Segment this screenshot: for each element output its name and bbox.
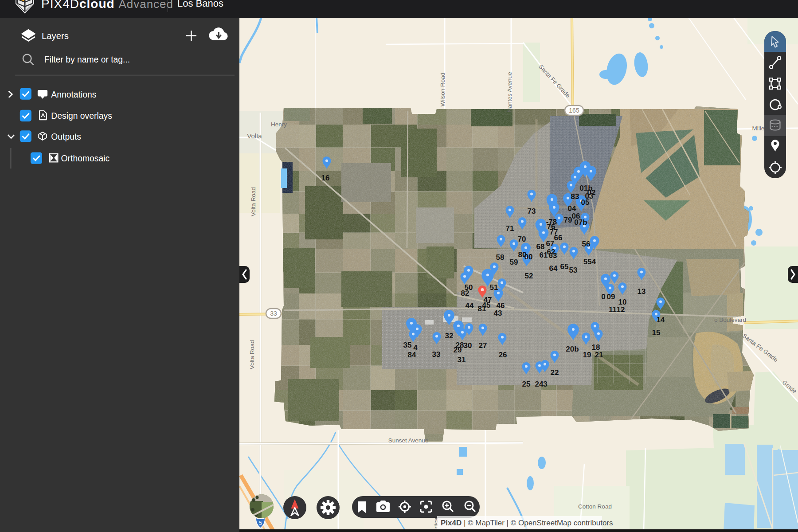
svg-text:19: 19 <box>583 351 591 359</box>
svg-text:o Boulevard: o Boulevard <box>714 317 746 323</box>
svg-text:Wilson Road: Wilson Road <box>439 73 446 107</box>
svg-text:Annotations: Annotations <box>51 90 96 99</box>
svg-text:5: 5 <box>259 520 262 526</box>
svg-text:58: 58 <box>496 253 505 262</box>
svg-text:20b: 20b <box>566 345 579 353</box>
svg-text:64: 64 <box>549 264 558 273</box>
svg-text:11: 11 <box>609 305 617 314</box>
svg-text:Orthomosaic: Orthomosaic <box>61 154 110 163</box>
svg-text:35: 35 <box>403 341 412 349</box>
svg-text:33: 33 <box>432 350 441 359</box>
svg-text:33: 33 <box>270 310 277 317</box>
svg-text:31: 31 <box>458 356 466 364</box>
svg-text:32: 32 <box>445 332 454 340</box>
svg-text:Cotton Road: Cotton Road <box>578 503 612 510</box>
svg-text:05: 05 <box>581 198 590 207</box>
svg-text:24: 24 <box>535 380 544 388</box>
svg-text:Nantes Avenue: Nantes Avenue <box>506 72 513 112</box>
svg-text:Volta Road: Volta Road <box>250 187 257 216</box>
svg-text:07b: 07b <box>574 218 587 227</box>
svg-text:Design overlays: Design overlays <box>51 111 112 121</box>
svg-text:68: 68 <box>536 243 545 251</box>
svg-text:63: 63 <box>549 251 557 260</box>
svg-text:14: 14 <box>657 316 665 324</box>
svg-text:59: 59 <box>510 258 518 266</box>
svg-text:43: 43 <box>494 309 502 317</box>
svg-text:51: 51 <box>490 283 498 292</box>
svg-text:81: 81 <box>478 305 486 313</box>
svg-text:12: 12 <box>617 305 625 314</box>
svg-text:84: 84 <box>408 351 416 359</box>
svg-text:25: 25 <box>522 380 531 388</box>
svg-text:Filter by name or tag...: Filter by name or tag... <box>44 55 130 64</box>
svg-text:53: 53 <box>569 266 578 274</box>
svg-text:Volta: Volta <box>247 132 262 140</box>
svg-text:Layers: Layers <box>42 31 69 41</box>
svg-text:21: 21 <box>595 351 603 359</box>
svg-text:29: 29 <box>454 346 462 354</box>
svg-text:Henry: Henry <box>271 121 287 128</box>
svg-text:44: 44 <box>466 301 474 310</box>
svg-text:09: 09 <box>607 293 615 301</box>
svg-text:30: 30 <box>464 341 472 350</box>
svg-text:3: 3 <box>543 380 547 388</box>
svg-text:65: 65 <box>560 262 569 271</box>
svg-text:Pix4D | © MapTiler | © OpenStr: Pix4D | © MapTiler | © OpenStreetMap con… <box>441 519 613 527</box>
svg-text:Outputs: Outputs <box>51 132 81 141</box>
svg-text:27: 27 <box>479 341 487 350</box>
svg-text:554: 554 <box>583 258 596 266</box>
svg-text:22: 22 <box>551 368 559 377</box>
svg-text:0: 0 <box>601 293 605 301</box>
svg-text:82: 82 <box>461 289 469 297</box>
svg-text:16: 16 <box>321 174 330 182</box>
svg-text:13: 13 <box>638 287 646 296</box>
svg-text:67: 67 <box>546 239 555 248</box>
svg-text:70: 70 <box>518 235 526 243</box>
svg-text:66: 66 <box>554 234 563 242</box>
svg-text:71: 71 <box>506 224 514 233</box>
svg-text:79: 79 <box>564 216 572 224</box>
svg-text:26: 26 <box>499 351 507 359</box>
svg-text:165: 165 <box>569 107 579 114</box>
svg-text:Sunset Avenue: Sunset Avenue <box>388 437 429 444</box>
svg-text:56: 56 <box>582 240 591 248</box>
svg-text:52: 52 <box>525 272 533 280</box>
svg-text:00: 00 <box>524 253 533 261</box>
svg-text:73: 73 <box>528 207 536 215</box>
svg-text:15: 15 <box>652 329 661 337</box>
svg-text:Volta Road: Volta Road <box>249 340 255 369</box>
svg-text:83: 83 <box>571 192 579 201</box>
